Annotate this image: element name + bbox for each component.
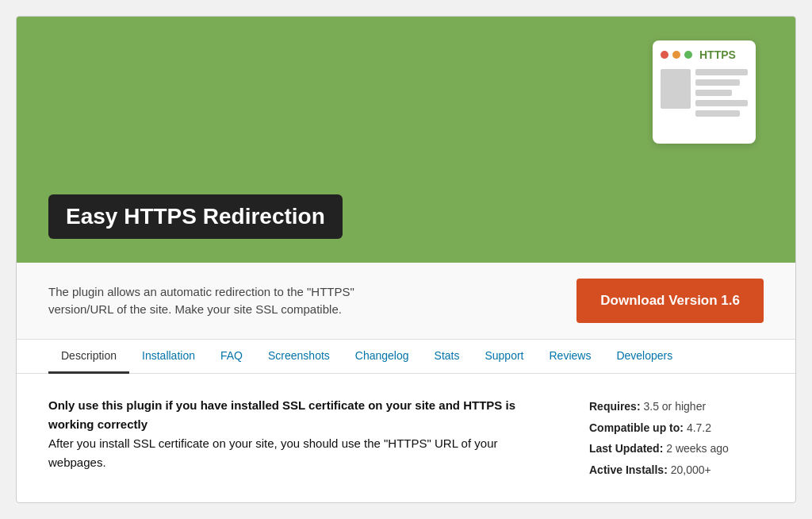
tab-support[interactable]: Support bbox=[472, 340, 536, 374]
icon-text-lines bbox=[695, 69, 748, 117]
plugin-description: The plugin allows an automatic redirecti… bbox=[48, 283, 354, 319]
warning-heading: Only use this plugin if you have install… bbox=[48, 398, 515, 431]
plugin-icon: HTTPS bbox=[653, 40, 756, 144]
icon-image-block bbox=[661, 69, 691, 109]
tab-description[interactable]: Description bbox=[48, 340, 129, 374]
sidebar-meta: Requires: 3.5 or higher Compatible up to… bbox=[589, 396, 764, 480]
meta-compatible: Compatible up to: 4.7.2 bbox=[589, 417, 764, 439]
tab-changelog[interactable]: Changelog bbox=[343, 340, 422, 374]
icon-content bbox=[661, 69, 748, 117]
icon-line-1 bbox=[695, 69, 748, 75]
dot-red-icon bbox=[661, 51, 668, 59]
icon-line-3 bbox=[695, 90, 732, 96]
meta-updated: Last Updated: 2 weeks ago bbox=[589, 438, 764, 459]
description-line2: version/URL of the site. Make your site … bbox=[48, 302, 342, 316]
updated-value: 2 weeks ago bbox=[666, 442, 729, 455]
tab-screenshots[interactable]: Screenshots bbox=[255, 340, 343, 374]
download-button[interactable]: Download Version 1.6 bbox=[576, 279, 764, 323]
compatible-label: Compatible up to: bbox=[589, 421, 684, 434]
plugin-warning: Only use this plugin if you have install… bbox=[48, 396, 557, 472]
info-bar: The plugin allows an automatic redirecti… bbox=[17, 263, 795, 340]
tab-reviews[interactable]: Reviews bbox=[537, 340, 604, 374]
requires-value: 3.5 or higher bbox=[643, 400, 706, 413]
tab-installation[interactable]: Installation bbox=[129, 340, 208, 374]
main-content: Only use this plugin if you have install… bbox=[48, 396, 557, 480]
icon-dots-row: HTTPS bbox=[661, 48, 748, 61]
compatible-value: 4.7.2 bbox=[687, 421, 711, 434]
tab-faq[interactable]: FAQ bbox=[208, 340, 255, 374]
icon-line-5 bbox=[695, 110, 740, 117]
dot-orange-icon bbox=[672, 51, 680, 59]
icon-line-2 bbox=[695, 79, 740, 86]
plugin-title: Easy HTTPS Redirection bbox=[48, 194, 343, 239]
content-area: Only use this plugin if you have install… bbox=[17, 374, 795, 502]
meta-requires: Requires: 3.5 or higher bbox=[589, 396, 764, 417]
tab-bar: Description Installation FAQ Screenshots… bbox=[17, 340, 795, 374]
warning-body: After you install SSL certificate on you… bbox=[48, 436, 497, 469]
installs-label: Active Installs: bbox=[589, 463, 668, 476]
description-line1: The plugin allows an automatic redirecti… bbox=[48, 285, 354, 298]
tab-stats[interactable]: Stats bbox=[422, 340, 473, 374]
page-wrapper: HTTPS Easy HTTPS Redirection The plugin … bbox=[16, 16, 796, 503]
tab-developers[interactable]: Developers bbox=[603, 340, 685, 374]
https-label: HTTPS bbox=[699, 48, 736, 61]
icon-line-4 bbox=[695, 100, 748, 106]
meta-installs: Active Installs: 20,000+ bbox=[589, 459, 764, 481]
updated-label: Last Updated: bbox=[589, 442, 663, 455]
installs-value: 20,000+ bbox=[671, 463, 711, 476]
requires-label: Requires: bbox=[589, 400, 641, 413]
hero-banner: HTTPS Easy HTTPS Redirection bbox=[17, 17, 795, 263]
dot-green-icon bbox=[684, 51, 692, 59]
